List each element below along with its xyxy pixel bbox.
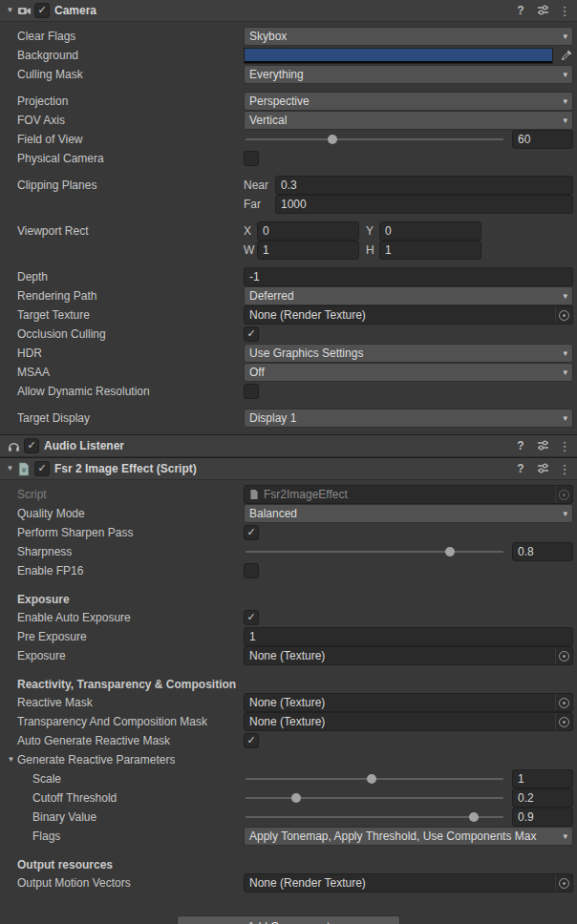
property-label: Sharpness [17, 545, 244, 558]
transparency-mask-object-field[interactable]: None (Texture) [244, 712, 573, 731]
property-row-perform-sharpen-pass: Perform Sharpen Pass ✓ [0, 523, 577, 542]
viewport-h-input[interactable]: 1 [379, 241, 481, 260]
chevron-down-icon: ▾ [563, 414, 567, 423]
exposure-object-field[interactable]: None (Texture) [244, 646, 573, 665]
chevron-down-icon: ▾ [563, 97, 567, 106]
slider-knob[interactable] [469, 812, 479, 822]
property-label: Cutoff Threshold [17, 791, 244, 805]
script-object-field: Fsr2ImageEffect [244, 485, 573, 504]
enable-fp16-checkbox[interactable] [244, 563, 259, 578]
hdr-dropdown[interactable]: Use Graphics Settings ▾ [244, 344, 573, 363]
property-label: Occlusion Culling [17, 327, 244, 341]
field-of-view-input[interactable]: 60 [512, 130, 573, 149]
binary-value-input[interactable]: 0.9 [512, 808, 573, 827]
object-picker-icon[interactable] [555, 713, 572, 730]
presets-icon[interactable] [536, 4, 549, 18]
chevron-down-icon: ▾ [563, 510, 567, 518]
field-of-view-slider[interactable] [244, 131, 505, 148]
object-picker-icon[interactable] [555, 306, 572, 324]
property-label: Script [17, 488, 244, 501]
culling-mask-dropdown[interactable]: Everything ▾ [244, 65, 573, 84]
fsr2-component-header[interactable]: ▼ # ✓ Fsr 2 Image Effect (Script) ? ⋮ [0, 457, 577, 480]
help-icon[interactable]: ? [514, 463, 527, 474]
object-picker-icon[interactable] [555, 874, 572, 892]
property-label: Clipping Planes [17, 178, 244, 192]
audio-listener-enabled-checkbox[interactable]: ✓ [24, 438, 39, 453]
property-row-exposure: Exposure None (Texture) [0, 646, 577, 665]
quality-mode-dropdown[interactable]: Balanced ▾ [244, 504, 573, 523]
physical-camera-checkbox[interactable] [244, 151, 259, 166]
viewport-y-input[interactable]: 0 [379, 221, 481, 241]
add-component-button[interactable]: Add Component [177, 915, 400, 924]
background-color-swatch[interactable] [244, 48, 553, 64]
presets-icon[interactable] [536, 462, 549, 476]
chevron-down-icon: ▾ [563, 116, 567, 125]
foldout-open-icon[interactable]: ▼ [5, 756, 17, 764]
property-row-projection: Projection Perspective ▾ [0, 92, 577, 111]
sharpness-input[interactable]: 0.8 [512, 542, 573, 561]
clipping-near-input[interactable]: 0.3 [275, 176, 573, 195]
slider-knob[interactable] [445, 547, 455, 556]
pre-exposure-input[interactable]: 1 [244, 627, 573, 646]
target-display-dropdown[interactable]: Display 1 ▾ [244, 409, 573, 428]
slider-track [246, 816, 503, 818]
camera-component-header[interactable]: ▼ ✓ Camera ? ⋮ [0, 0, 577, 22]
object-picker-icon[interactable] [555, 647, 572, 664]
slider-knob[interactable] [291, 793, 301, 803]
property-label: Enable Auto Exposure [17, 611, 244, 624]
sharpness-slider[interactable] [244, 543, 505, 560]
allow-dynamic-resolution-checkbox[interactable] [244, 384, 259, 399]
property-row-output-motion-vectors: Output Motion Vectors None (Render Textu… [0, 873, 577, 892]
foldout-label[interactable]: Generate Reactive Parameters [17, 753, 175, 766]
property-row-pre-exposure: Pre Exposure 1 [0, 627, 577, 646]
property-label: Target Display [17, 411, 244, 425]
foldout-open-icon[interactable]: ▼ [4, 465, 16, 472]
viewport-x-input[interactable]: 0 [257, 221, 359, 241]
rendering-path-dropdown[interactable]: Deferred ▾ [244, 286, 573, 305]
presets-icon[interactable] [536, 439, 549, 453]
help-icon[interactable]: ? [514, 440, 527, 452]
output-motion-vectors-object-field[interactable]: None (Render Texture) [244, 873, 573, 892]
slider-track [246, 551, 503, 553]
property-label: Clear Flags [17, 30, 244, 43]
projection-dropdown[interactable]: Perspective ▾ [244, 92, 573, 111]
reactive-mask-object-field[interactable]: None (Texture) [244, 693, 573, 712]
property-row-fov-axis: FOV Axis Vertical ▾ [0, 111, 577, 130]
fsr2-component-title: Fsr 2 Image Effect (Script) [54, 462, 197, 475]
kebab-menu-icon[interactable]: ⋮ [558, 440, 571, 452]
auto-generate-reactive-mask-checkbox[interactable]: ✓ [244, 733, 259, 748]
property-label: Auto Generate Reactive Mask [17, 734, 244, 747]
fov-axis-dropdown[interactable]: Vertical ▾ [244, 111, 573, 130]
target-texture-object-field[interactable]: None (Render Texture) [244, 305, 573, 325]
slider-knob[interactable] [328, 135, 337, 144]
clipping-far-input[interactable]: 1000 [275, 195, 573, 214]
script-icon [249, 489, 260, 500]
depth-input[interactable]: -1 [244, 267, 573, 286]
scale-slider[interactable] [244, 770, 505, 788]
msaa-dropdown[interactable]: Off ▾ [244, 363, 573, 382]
slider-knob[interactable] [367, 774, 376, 784]
property-row-scale: Scale 1 [0, 769, 577, 788]
help-icon[interactable]: ? [514, 5, 527, 16]
property-row-clear-flags: Clear Flags Skybox ▾ [0, 27, 577, 46]
audio-listener-component-header[interactable]: ✓ Audio Listener ? ⋮ [0, 434, 577, 457]
camera-enabled-checkbox[interactable]: ✓ [34, 3, 50, 18]
cutoff-threshold-slider[interactable] [244, 789, 505, 807]
object-picker-icon[interactable] [555, 694, 572, 711]
foldout-open-icon[interactable]: ▼ [4, 7, 16, 14]
eyedropper-icon[interactable] [558, 48, 573, 63]
clear-flags-dropdown[interactable]: Skybox ▾ [244, 27, 573, 46]
property-row-enable-auto-exposure: Enable Auto Exposure ✓ [0, 608, 577, 627]
fsr2-enabled-checkbox[interactable]: ✓ [34, 461, 50, 476]
flags-dropdown[interactable]: Apply Tonemap, Apply Threshold, Use Comp… [244, 827, 573, 846]
scale-input[interactable]: 1 [512, 769, 573, 788]
occlusion-culling-checkbox[interactable]: ✓ [244, 326, 259, 342]
cutoff-threshold-input[interactable]: 0.2 [512, 788, 573, 808]
kebab-menu-icon[interactable]: ⋮ [558, 5, 571, 17]
enable-auto-exposure-checkbox[interactable]: ✓ [244, 610, 259, 625]
property-row-reactive-mask: Reactive Mask None (Texture) [0, 693, 577, 712]
viewport-w-input[interactable]: 1 [257, 241, 359, 260]
kebab-menu-icon[interactable]: ⋮ [558, 463, 571, 475]
binary-value-slider[interactable] [244, 808, 505, 826]
perform-sharpen-pass-checkbox[interactable]: ✓ [244, 525, 259, 540]
